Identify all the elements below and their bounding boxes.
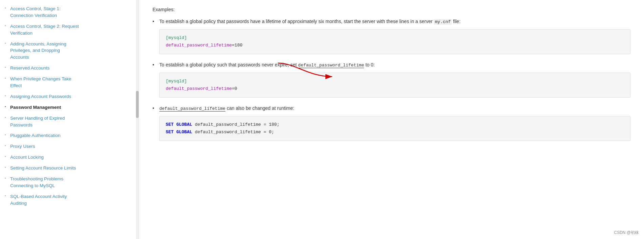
code-block-2-label: [mysqld] (166, 78, 624, 85)
sidebar-link-pluggable-authentication[interactable]: Pluggable Authentication (10, 133, 61, 138)
sidebar-link-when-privilege-changes[interactable]: When Privilege Changes TakeEffect (10, 76, 72, 88)
sidebar-scrollbar[interactable] (136, 0, 139, 239)
code-block-3-line1: SET GLOBAL default_password_lifetime = 1… (166, 121, 624, 128)
code-block-2-key: default_password_lifetime (166, 86, 232, 91)
sidebar-item-troubleshooting-problems[interactable]: Troubleshooting ProblemsConnecting to My… (0, 174, 139, 191)
sidebar-link-proxy-users[interactable]: Proxy Users (10, 144, 35, 149)
code-block-3-line1-keyword: SET GLOBAL (166, 122, 192, 127)
sidebar-item-adding-accounts[interactable]: Adding Accounts, AssigningPrivileges, an… (0, 39, 139, 63)
watermark-text: CSDN @初秣 (614, 230, 639, 235)
code-block-1-value: 180 (235, 43, 242, 48)
sidebar-link-adding-accounts[interactable]: Adding Accounts, AssigningPrivileges, an… (10, 41, 66, 60)
code-block-1-label: [mysqld] (166, 34, 624, 42)
sidebar-link-account-locking[interactable]: Account Locking (10, 155, 44, 160)
sidebar-item-reserved-accounts[interactable]: Reserved Accounts (0, 63, 139, 74)
bullet1-text-after: file: (452, 19, 461, 24)
sidebar-item-server-handling-expired[interactable]: Server Handling of ExpiredPasswords (0, 113, 139, 131)
sidebar-link-sql-based-account-activity[interactable]: SQL-Based Account ActivityAuditing (10, 194, 67, 206)
sidebar-item-assigning-account-passwords[interactable]: Assigning Account Passwords (0, 91, 139, 102)
code-block-3-line1-rest: default_password_lifetime = 180; (192, 122, 279, 127)
code-block-2-section: [mysqld] (166, 79, 187, 84)
red-arrow-svg (275, 60, 342, 80)
sidebar-link-troubleshooting-problems[interactable]: Troubleshooting ProblemsConnecting to My… (10, 176, 63, 188)
bullet3-code-inline: default_password_lifetime (159, 106, 225, 112)
sidebar-item-setting-account-resource-limits[interactable]: Setting Account Resource Limits (0, 163, 139, 174)
bullet3-text-after: can also be changed at runtime: (225, 105, 294, 111)
bullet1-code-mycnf: my.cnf (434, 19, 452, 25)
sidebar-link-reserved-accounts[interactable]: Reserved Accounts (10, 65, 49, 71)
bullet-item-1: To establish a global policy that passwo… (153, 18, 630, 54)
bullet3-text: default_password_lifetime can also be ch… (159, 104, 630, 113)
code-block-1: [mysqld] default_password_lifetime=180 (159, 29, 630, 54)
code-block-3: SET GLOBAL default_password_lifetime = 1… (159, 116, 630, 141)
examples-heading: Examples: (153, 7, 630, 12)
watermark: CSDN @初秣 (614, 230, 639, 236)
bullet1-text-before: To establish a global policy that passwo… (159, 19, 434, 24)
sidebar-item-proxy-users[interactable]: Proxy Users (0, 141, 139, 152)
code-block-2: [mysqld] default_password_lifetime=0 (159, 73, 630, 98)
sidebar-link-server-handling-expired[interactable]: Server Handling of ExpiredPasswords (10, 116, 65, 127)
sidebar-item-sql-based-account-activity[interactable]: SQL-Based Account ActivityAuditing (0, 191, 139, 209)
code-block-3-line2-keyword: SET GLOBAL (166, 130, 192, 135)
sidebar-item-password-management[interactable]: Password Management (0, 102, 139, 113)
sidebar-scrollbar-thumb (136, 91, 139, 118)
sidebar-link-setting-account-resource-limits[interactable]: Setting Account Resource Limits (10, 165, 76, 171)
code-block-1-line: default_password_lifetime=180 (166, 42, 624, 49)
code-block-2-operator: = (232, 86, 235, 91)
sidebar-item-when-privilege-changes[interactable]: When Privilege Changes TakeEffect (0, 74, 139, 91)
sidebar-link-access-control-stage1[interactable]: Access Control, Stage 1:Connection Verif… (10, 6, 61, 18)
sidebar-nav: Access Control, Stage 1:Connection Verif… (0, 3, 139, 209)
code-block-2-value: 0 (235, 86, 237, 91)
sidebar-link-access-control-stage2[interactable]: Access Control, Stage 2: RequestVerifica… (10, 24, 79, 36)
sidebar-item-access-control-stage1[interactable]: Access Control, Stage 1:Connection Verif… (0, 3, 139, 21)
sidebar: Access Control, Stage 1:Connection Verif… (0, 0, 139, 239)
bullet1-text: To establish a global policy that passwo… (159, 18, 630, 26)
sidebar-item-pluggable-authentication[interactable]: Pluggable Authentication (0, 130, 139, 141)
sidebar-item-account-locking[interactable]: Account Locking (0, 152, 139, 163)
code-block-1-key: default_password_lifetime (166, 43, 232, 48)
code-block-2-line: default_password_lifetime=0 (166, 85, 624, 93)
code-block-1-operator: = (232, 43, 235, 48)
main-content: Examples: To establish a global policy t… (139, 0, 644, 239)
sidebar-item-access-control-stage2[interactable]: Access Control, Stage 2: RequestVerifica… (0, 21, 139, 39)
bullet2-text: To establish a global policy such that p… (159, 61, 630, 69)
sidebar-link-password-management[interactable]: Password Management (10, 105, 61, 110)
bullet2-text-after: to 0: (364, 62, 375, 67)
code-block-1-section: [mysqld] (166, 35, 187, 40)
sidebar-link-assigning-account-passwords[interactable]: Assigning Account Passwords (10, 94, 71, 99)
bullet-item-2: To establish a global policy such that p… (153, 61, 630, 98)
code-block-3-line2: SET GLOBAL default_password_lifetime = 0… (166, 128, 624, 136)
main-bullet-list: To establish a global policy that passwo… (153, 18, 630, 141)
code-block-3-line2-rest: default_password_lifetime = 0; (192, 130, 274, 135)
bullet-item-3: default_password_lifetime can also be ch… (153, 104, 630, 141)
